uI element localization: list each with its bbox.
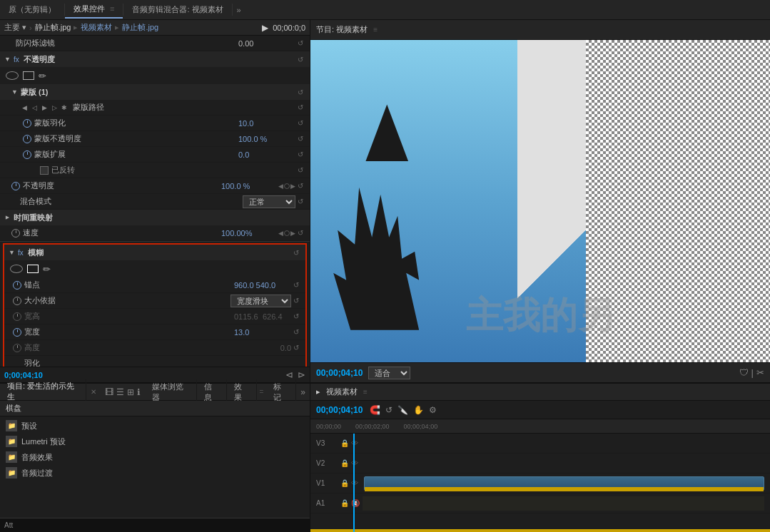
width-reset[interactable]: ↺ (291, 328, 301, 336)
height-reset[interactable]: ↺ (291, 344, 301, 352)
opacity-main-value[interactable]: 100.0 % (221, 182, 278, 190)
tab-audio-mixer[interactable]: 音频剪辑混合器: 视频素材 (123, 1, 231, 18)
info-icon[interactable]: ℹ (137, 387, 141, 397)
opacity-main-reset[interactable]: ↺ (295, 182, 305, 190)
speed-stopwatch[interactable] (11, 229, 20, 237)
a1-toggle[interactable]: 🔒 (340, 499, 349, 507)
mask-reset[interactable]: ↺ (295, 88, 305, 96)
motion-rect[interactable] (27, 265, 39, 273)
ruler-marker-2: 00;00;02;00 (355, 423, 390, 430)
mask-feather-reset[interactable]: ↺ (295, 119, 305, 127)
v2-toggle[interactable]: 🔒 (340, 459, 349, 467)
opacity-section-header[interactable]: ▼ fx 不透明度 ↺ (0, 51, 310, 67)
mask-feather-value[interactable]: 10.0 (238, 119, 295, 128)
speed-value[interactable]: 100.00% (221, 229, 278, 237)
mask-expand-reset[interactable]: ↺ (295, 150, 305, 158)
next-icon[interactable]: ⊳ (298, 369, 305, 380)
shield-icon[interactable]: 🛡 (739, 367, 749, 378)
pin-icon[interactable]: | (751, 367, 754, 378)
timeline-timecode[interactable]: 00;00;04;10 (316, 405, 363, 415)
main-area: 主要 ▾ › 静止帧.jpg ▸ 视频素材 ▸ 静止帧.jpg ▶ 00;00:… (0, 20, 770, 382)
width-value[interactable]: 13.0 (234, 328, 291, 337)
anchor-stopwatch[interactable] (13, 281, 21, 290)
breadcrumb-main[interactable]: 主要 ▾ (4, 22, 26, 33)
loop-icon[interactable]: ↺ (384, 405, 394, 415)
v1-clip[interactable] (364, 476, 764, 491)
btab-close[interactable]: ✕ (86, 387, 101, 397)
mask-expand-value[interactable]: 0.0 (238, 150, 295, 159)
rect-shape[interactable] (23, 71, 34, 80)
audio-transition-item[interactable]: 📁 音频过渡 (1, 465, 308, 481)
preview-timecode[interactable]: 00;00;04;10 (316, 368, 363, 378)
mask-opacity-value[interactable]: 100.0 % (238, 135, 295, 143)
mask-feather-stopwatch[interactable] (23, 119, 31, 128)
size-basis-dropdown[interactable]: 宽度滑块 高度滑块 宽度和高度 (231, 295, 291, 307)
track-v2: V2 🔒 👁 (310, 454, 770, 474)
expand-icon[interactable]: » (296, 387, 310, 397)
mask-expand-stopwatch[interactable] (23, 150, 31, 159)
height-row: 高度 0.0 ↺ (4, 340, 305, 356)
opacity-stopwatch[interactable] (11, 182, 20, 190)
effects-content: 防闪烁滤镜 0.00 ↺ ▼ fx 不透明度 ↺ ✏ ▼ 蒙版 (1) (0, 36, 310, 367)
list-icon[interactable]: ☰ (116, 387, 124, 397)
anchor-value[interactable]: 960.0 540.0 (234, 281, 291, 290)
mask-tool-icon[interactable]: ✱ (60, 103, 69, 112)
pen-tool[interactable]: ✏ (39, 71, 46, 81)
mask-section-header[interactable]: ▼ 蒙版 (1) ↺ (0, 84, 310, 100)
panel-title-bar: 棋盘 (0, 401, 310, 416)
blend-mode-dropdown[interactable]: 正常 溶解 正片叠底 (243, 195, 295, 208)
razor-icon[interactable]: 🔪 (396, 405, 410, 415)
time-remap-header[interactable]: ▼ 时间重映射 (0, 210, 310, 225)
hand-icon[interactable]: ✋ (412, 405, 425, 415)
inverted-checkbox[interactable] (40, 166, 49, 175)
scissors-icon[interactable]: ✂ (756, 367, 764, 378)
mask-opacity-reset[interactable]: ↺ (295, 135, 305, 143)
size-basis-stopwatch[interactable] (13, 297, 21, 305)
v3-eye[interactable]: 👁 (351, 439, 358, 447)
mask-opacity-stopwatch[interactable] (23, 135, 31, 143)
play-icon[interactable]: ▶ (262, 23, 268, 33)
flicker-reset[interactable]: ↺ (295, 39, 305, 47)
motion-pen[interactable]: ✏ (43, 264, 51, 275)
motion-section-header[interactable]: ▼ fx 模糊 ↺ (4, 245, 305, 260)
v1-eye[interactable]: 👁 (351, 479, 358, 487)
breadcrumb-item3[interactable]: 静止帧.jpg (122, 22, 158, 33)
wh-dim-reset[interactable]: ↺ (291, 312, 301, 320)
inverted-reset[interactable]: ↺ (295, 166, 305, 174)
breadcrumb-item1[interactable]: 静止帧.jpg (35, 22, 71, 33)
a1-eye[interactable]: 🔇 (351, 499, 360, 507)
prev-frame[interactable]: ◁ (30, 103, 39, 112)
prev-keyframe[interactable]: ◀ (20, 103, 29, 112)
ruler-marker-3: 00;00;04;00 (404, 423, 438, 430)
audio-effects-item[interactable]: 📁 音频效果 (1, 449, 308, 465)
anchor-reset[interactable]: ↺ (291, 281, 301, 289)
mask-path-reset[interactable]: ↺ (295, 103, 305, 111)
next-frame[interactable]: ▷ (50, 103, 59, 112)
v3-toggle[interactable]: 🔒 (340, 439, 349, 447)
motion-oval[interactable] (10, 265, 23, 273)
blend-mode-reset[interactable]: ↺ (295, 198, 305, 205)
opacity-reset[interactable]: ↺ (295, 56, 305, 63)
speed-reset[interactable]: ↺ (295, 229, 305, 237)
playhead[interactable] (353, 434, 355, 532)
size-basis-reset[interactable]: ↺ (291, 297, 301, 305)
magnet-icon[interactable]: 🧲 (368, 405, 382, 415)
v1-toggle[interactable]: 🔒 (340, 479, 349, 487)
lumetri-item[interactable]: 📁 Lumetri 预设 (1, 434, 308, 449)
motion-reset[interactable]: ↺ (291, 249, 301, 257)
film-icon[interactable]: 🎞 (105, 387, 113, 397)
grid-icon[interactable]: ⊞ (127, 387, 134, 397)
preset-item[interactable]: 📁 预设 (1, 418, 308, 434)
play-keyframe[interactable]: ▶ (40, 103, 49, 112)
height-stopwatch[interactable] (13, 344, 21, 352)
tab-effects-controls[interactable]: 效果控件 ≡ (65, 1, 123, 19)
v2-eye[interactable]: 👁 (351, 459, 358, 467)
oval-shape[interactable] (6, 71, 19, 80)
breadcrumb-item2[interactable]: 视频素材 (81, 22, 112, 33)
settings-icon[interactable]: ⚙ (427, 405, 438, 415)
tab-raw[interactable]: 原（无剪辑） (0, 1, 64, 18)
tab-more[interactable]: » (233, 3, 245, 17)
wh-dim-stopwatch[interactable] (13, 312, 21, 321)
zoom-select[interactable]: 适合 25% 50% 100% 200% (368, 367, 410, 379)
width-stopwatch[interactable] (13, 328, 21, 337)
